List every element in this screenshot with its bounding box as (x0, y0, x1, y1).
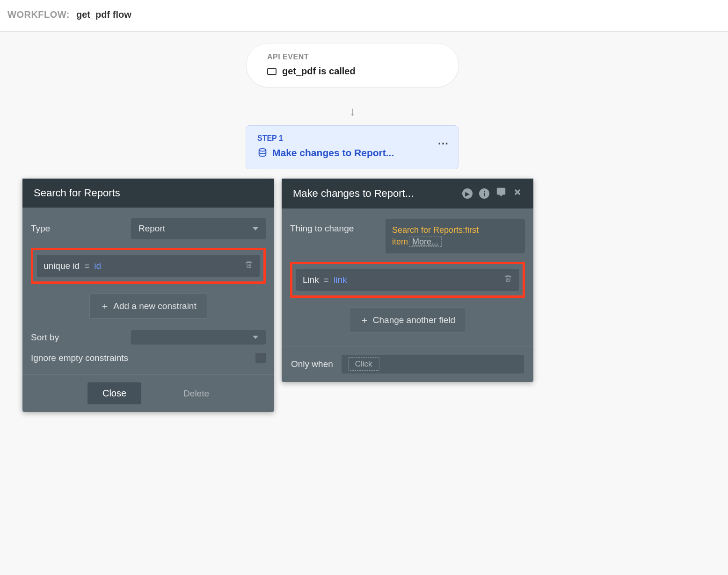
trash-icon[interactable] (245, 260, 253, 272)
constraint-operator: = (84, 261, 89, 271)
step-title: Make changes to Report... (272, 147, 394, 158)
caret-down-icon (253, 336, 258, 339)
add-constraint-button[interactable]: ＋ Add a new constraint (89, 293, 207, 319)
panel-title: Search for Reports (34, 187, 120, 199)
svg-point-0 (259, 149, 266, 151)
field-value: link (334, 275, 347, 285)
type-select[interactable]: Report (131, 218, 266, 239)
constraint-key: unique id (44, 261, 80, 271)
constraint-highlight: unique id = id (31, 248, 266, 284)
panel-header: Search for Reports (22, 179, 274, 208)
workflow-header: WORKFLOW: get_pdf flow (0, 0, 728, 32)
workflow-canvas: API EVENT get_pdf is called ↓ STEP 1 Mak… (0, 32, 728, 573)
close-icon[interactable] (513, 187, 522, 200)
only-when-row: Only when Click (282, 346, 533, 382)
only-when-label: Only when (291, 359, 333, 369)
only-when-input[interactable]: Click (342, 355, 524, 374)
change-another-label: Change another field (373, 315, 455, 325)
api-icon (267, 68, 277, 75)
search-reports-panel: Search for Reports Type Report unique id… (22, 179, 274, 412)
type-value: Report (138, 223, 165, 234)
database-icon (257, 148, 268, 158)
change-another-field-button[interactable]: ＋ Change another field (349, 307, 466, 333)
field-row[interactable]: Link = link (296, 269, 519, 291)
panel-header: Make changes to Report... ▶ i (282, 179, 533, 208)
workflow-title[interactable]: get_pdf flow (76, 9, 131, 20)
event-text: get_pdf is called (282, 66, 356, 77)
comment-icon[interactable] (496, 187, 506, 200)
workflow-label: WORKFLOW: (7, 9, 70, 20)
field-highlight: Link = link (290, 262, 525, 298)
play-icon[interactable]: ▶ (462, 188, 473, 199)
type-label: Type (31, 223, 124, 234)
panel-title: Make changes to Report... (293, 187, 414, 200)
step-1-node[interactable]: STEP 1 Make changes to Report... ... (246, 125, 459, 169)
caret-down-icon (253, 227, 258, 230)
info-icon[interactable]: i (479, 188, 489, 199)
thing-to-change-label: Thing to change (290, 219, 379, 234)
add-constraint-label: Add a new constraint (113, 301, 196, 311)
more-chip[interactable]: More... (409, 237, 442, 247)
trash-icon[interactable] (504, 274, 512, 286)
close-button[interactable]: Close (87, 382, 141, 404)
field-operator: = (324, 275, 329, 285)
sort-by-label: Sort by (31, 332, 124, 343)
constraint-row[interactable]: unique id = id (37, 255, 260, 277)
constraint-value: id (94, 261, 101, 271)
step-number-label: STEP 1 (257, 134, 447, 143)
ignore-empty-label: Ignore empty constraints (31, 353, 128, 363)
plus-icon: ＋ (360, 314, 369, 326)
step-menu-button[interactable]: ... (438, 134, 449, 147)
field-key: Link (303, 275, 319, 285)
arrow-down-icon: ↓ (349, 104, 356, 119)
make-changes-panel: Make changes to Report... ▶ i Thing to c… (282, 179, 533, 382)
sort-by-select[interactable] (131, 330, 266, 345)
click-chip[interactable]: Click (348, 357, 379, 371)
ignore-empty-checkbox[interactable] (255, 353, 266, 363)
plus-icon: ＋ (100, 300, 109, 312)
delete-button[interactable]: Delete (183, 388, 209, 399)
event-type-label: API EVENT (267, 53, 438, 61)
api-event-node[interactable]: API EVENT get_pdf is called (246, 43, 459, 87)
thing-to-change-value[interactable]: Search for Reports:first itemMore... (386, 219, 525, 253)
